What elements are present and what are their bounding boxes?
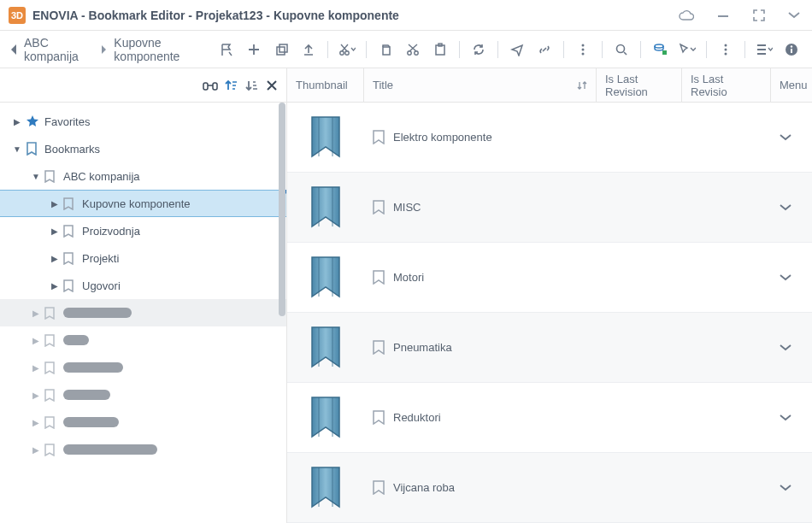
table-row[interactable]: Reduktori: [287, 383, 812, 453]
close-icon[interactable]: [266, 79, 278, 91]
tree-item-label: Ugovori: [82, 279, 121, 292]
svg-rect-20: [791, 49, 792, 53]
bookmark-outline-icon: [63, 197, 79, 210]
row-title-cell: Pneumatika: [364, 340, 597, 355]
toolbar-actions: [215, 38, 803, 62]
dropdown-button[interactable]: [785, 9, 803, 21]
table-row[interactable]: Pneumatika: [287, 313, 812, 383]
filter-button[interactable]: [648, 38, 672, 62]
minimize-button[interactable]: [713, 7, 733, 24]
row-title: Motori: [393, 271, 424, 284]
svg-rect-15: [662, 50, 667, 55]
tree-item-redacted[interactable]: ▶: [0, 354, 286, 381]
row-title: Pneumatika: [393, 341, 452, 354]
table-row[interactable]: Motori: [287, 243, 812, 313]
row-title-cell: Vijcana roba: [364, 480, 597, 495]
tree-item-redacted[interactable]: ▶: [0, 436, 286, 463]
caret-right-icon: ▶: [50, 281, 60, 291]
svg-rect-22: [203, 83, 208, 90]
expand-button[interactable]: [749, 7, 769, 24]
bookmark-outline-icon: [373, 410, 385, 425]
cut-dropdown-button[interactable]: [335, 38, 359, 62]
tree-bookmarks[interactable]: ▼ Bookmarks: [0, 135, 286, 162]
tree-item-abc[interactable]: ▼ ABC kompanija: [0, 162, 286, 190]
bookmark-outline-icon: [373, 130, 385, 144]
bookmark-outline-icon: [373, 480, 385, 495]
tree-item-ugovori[interactable]: ▶ Ugovori: [0, 272, 286, 299]
svg-rect-5: [383, 47, 390, 55]
col-menu[interactable]: Menu: [771, 68, 812, 102]
tree-item-label: Proizvodnja: [82, 225, 140, 238]
row-menu-button[interactable]: [771, 484, 812, 492]
row-menu-button[interactable]: [771, 133, 812, 142]
tree-item-redacted[interactable]: ▶: [0, 381, 286, 408]
row-menu-button[interactable]: [771, 414, 812, 422]
col-title-label: Title: [373, 79, 393, 91]
svg-point-7: [415, 50, 418, 54]
row-thumbnail: [287, 185, 364, 230]
duplicate-button[interactable]: [269, 38, 293, 62]
select-mode-button[interactable]: [675, 38, 699, 62]
svg-point-14: [655, 44, 663, 48]
upload-button[interactable]: [297, 38, 321, 62]
table-row[interactable]: MISC: [287, 173, 812, 243]
col-title[interactable]: Title: [364, 68, 597, 102]
row-menu-button[interactable]: [771, 344, 812, 352]
tree-bookmarks-label: Bookmarks: [44, 143, 100, 156]
more-button-2[interactable]: [714, 38, 738, 62]
row-menu-button[interactable]: [771, 203, 812, 212]
row-title: Reduktori: [393, 411, 441, 424]
tree-item-label: ABC kompanija: [63, 170, 140, 183]
tree-item-kupovne[interactable]: ▶ Kupovne komponente: [0, 190, 286, 217]
row-thumbnail: [287, 256, 364, 300]
sort-desc-icon[interactable]: [245, 79, 259, 92]
svg-rect-2: [279, 44, 287, 52]
bookmark-outline-icon: [44, 170, 60, 183]
breadcrumb-current[interactable]: Kupovne komponente: [114, 36, 215, 63]
bookmark-outline-icon: [373, 200, 385, 214]
view-list-button[interactable]: [752, 38, 776, 62]
refresh-button[interactable]: [467, 38, 491, 62]
tree-item-redacted[interactable]: ▶: [0, 299, 286, 326]
info-button[interactable]: [780, 38, 803, 62]
table-header: Thumbnail Title Is Last Revision Is Last…: [287, 68, 812, 103]
copy-button[interactable]: [374, 38, 397, 62]
table-row[interactable]: Elektro komponente: [287, 103, 812, 173]
link-button[interactable]: [533, 38, 556, 62]
sidebar-scrollbar[interactable]: [278, 103, 286, 523]
table-row[interactable]: Vijcana roba: [287, 453, 812, 523]
more-button-1[interactable]: [571, 38, 595, 62]
main-toolbar: ABC kompanija Kupovne komponente: [0, 31, 812, 68]
cloud-icon[interactable]: [675, 8, 697, 23]
col-is-last-revisio[interactable]: Is Last Revisio: [682, 68, 771, 102]
breadcrumb-back-icon[interactable]: [9, 44, 19, 56]
bookmark-outline-icon: [63, 279, 79, 292]
caret-down-icon: ▼: [12, 144, 22, 154]
svg-point-10: [582, 44, 585, 46]
row-menu-button[interactable]: [771, 273, 812, 282]
paste-button[interactable]: [428, 38, 452, 62]
caret-right-icon: ▶: [12, 117, 22, 126]
col-is-last-revision[interactable]: Is Last Revision: [597, 68, 682, 102]
flag-button[interactable]: [215, 38, 238, 62]
row-thumbnail: [287, 326, 364, 370]
row-title: MISC: [393, 201, 421, 214]
tree-item-redacted[interactable]: ▶: [0, 326, 286, 354]
sort-asc-icon[interactable]: [225, 79, 238, 92]
add-button[interactable]: [242, 38, 266, 62]
tree-item-projekti[interactable]: ▶ Projekti: [0, 244, 286, 272]
tree-item-redacted[interactable]: ▶: [0, 408, 286, 436]
svg-point-4: [345, 50, 349, 54]
svg-point-11: [582, 48, 585, 50]
cut-button[interactable]: [401, 38, 425, 62]
row-thumbnail: [287, 115, 364, 160]
binoculars-icon[interactable]: [203, 79, 218, 91]
tree-item-proizvodnja[interactable]: ▶ Proizvodnja: [0, 217, 286, 244]
svg-point-13: [617, 44, 625, 52]
breadcrumb-root[interactable]: ABC kompanija: [24, 36, 95, 63]
col-thumbnail[interactable]: Thumbnail: [287, 68, 364, 102]
search-button[interactable]: [609, 38, 633, 62]
share-button[interactable]: [505, 38, 529, 62]
tree-favorites[interactable]: ▶ Favorites: [0, 108, 286, 135]
svg-point-18: [725, 52, 727, 55]
